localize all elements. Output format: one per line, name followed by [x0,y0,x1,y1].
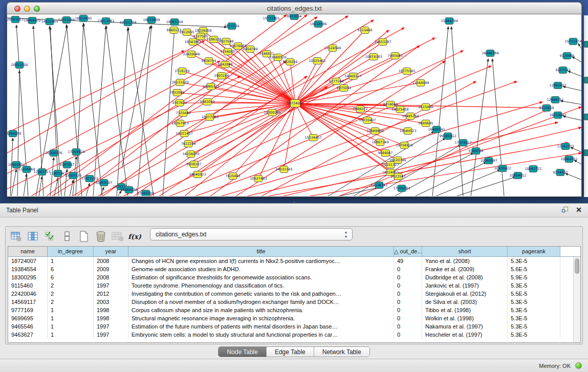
network-node[interactable]: 10653287 [374,39,391,46]
function-builder-icon[interactable]: f(x) [127,229,142,244]
network-node[interactable]: 14136141 [371,182,387,189]
network-node[interactable]: 23011961 [97,18,114,25]
network-node[interactable]: 10543862 [184,39,201,46]
network-node[interactable]: 9982033 [200,99,215,105]
trash-icon[interactable] [93,229,108,244]
column-header-out_de[interactable]: △ out_de… [394,247,422,256]
network-node[interactable]: 26131020 [171,79,188,86]
window-titlebar[interactable]: citations_edges.txt [7,2,582,14]
network-node[interactable]: 10958107 [95,180,112,186]
tab-edge-table[interactable]: Edge Table [267,347,314,357]
network-node[interactable]: 9129966 [560,53,575,59]
network-node[interactable]: 19061104 [166,19,183,26]
table-row[interactable]: 977716911998Corpus callosum shape and si… [8,306,573,314]
column-header-in_degree[interactable]: in_degree [48,247,94,256]
network-node[interactable]: 8813054 [287,14,302,20]
network-node[interactable]: 18357913 [171,120,188,127]
network-node[interactable]: 12942757 [33,169,50,176]
network-node[interactable]: 14531545 [275,166,292,173]
network-node[interactable]: 20393011 [7,16,24,23]
network-node[interactable]: 20653100 [11,62,28,69]
network-node[interactable]: 19466920 [24,17,40,24]
network-node[interactable]: 7325440 [176,110,191,117]
network-node[interactable]: 25466050 [120,187,137,193]
network-node[interactable]: 9357621 [172,100,187,106]
network-node[interactable]: 16648784 [482,50,498,57]
table-scrollbar-thumb[interactable] [575,258,579,274]
network-node[interactable]: 9115460 [419,104,433,111]
network-node[interactable]: 15751074 [564,38,581,45]
network-node[interactable]: 8912955 [180,29,194,36]
tab-network-table[interactable]: Network Table [314,347,369,357]
network-node[interactable]: 10092597 [480,158,497,164]
network-node[interactable]: 18300295 [264,110,280,116]
network-node[interactable]: 13505135 [64,172,81,179]
network-node[interactable]: 16156670 [182,151,199,158]
table-scrollbar[interactable] [573,257,580,342]
table-row[interactable]: 1830029562008Estimation of significance … [8,273,573,281]
network-node[interactable]: 9699695 [419,120,433,127]
network-node[interactable]: 18640923 [189,171,206,178]
network-node[interactable]: 10928422 [494,165,511,172]
network-node[interactable]: 18807249 [372,139,388,146]
column-header-title[interactable]: title [128,247,394,256]
table-row[interactable]: 969969511998Structural magnetic resonanc… [8,314,573,322]
network-node[interactable]: 9348558 [469,148,484,155]
network-node[interactable]: 11156869 [18,166,35,173]
close-panel-icon[interactable]: ✕ [576,206,582,214]
network-node[interactable]: 12124540 [324,45,341,52]
network-node[interactable]: 16210643 [549,112,566,119]
network-node[interactable]: 10221437 [176,130,192,137]
table-row[interactable]: 911546021997Tourette syndrome. Phenomeno… [8,281,573,290]
network-node[interactable]: 8454749 [243,46,258,53]
network-node[interactable]: 13560500 [137,190,154,196]
network-node[interactable]: 17334263 [393,185,410,192]
float-panel-icon[interactable] [562,207,569,213]
network-node[interactable]: 7857224 [225,23,239,30]
network-node[interactable]: 15444794 [441,18,458,25]
network-canvas[interactable]: 1872400788601238912955182260589127505105… [7,14,582,197]
table-selector-dropdown[interactable]: citations_edges.txt ▲▼ [150,228,353,240]
network-node[interactable]: 7625463 [226,173,241,180]
network-node[interactable]: 9242848 [218,61,233,68]
column-header-pagerank[interactable]: pagerank [508,247,560,256]
network-node[interactable]: 25266050 [7,130,21,137]
network-node[interactable]: 19218586 [310,21,326,28]
table-row[interactable]: 946362711997Embryonic stem cells: a mode… [8,331,573,339]
network-node[interactable]: 12103723 [557,143,574,150]
network-node[interactable]: 9115468 [358,27,373,34]
network-node[interactable]: 8215958 [539,105,554,112]
network-node[interactable]: 9038107 [187,161,202,168]
table-mode-icon[interactable] [9,229,24,244]
network-node[interactable]: 12444151 [547,97,563,103]
network-node[interactable]: 9777169 [329,78,344,85]
network-node[interactable]: 10954012 [509,172,526,179]
delete-table-icon[interactable] [110,229,125,244]
network-node[interactable]: 12093832 [549,82,566,89]
network-node[interactable]: 16033809 [143,17,160,24]
network-node[interactable]: 15134457 [304,135,321,141]
column-header-year[interactable]: year [94,247,128,256]
rows-icon[interactable] [59,229,75,244]
network-node[interactable]: 10325461 [309,58,325,64]
network-node[interactable]: 10077093 [201,114,218,121]
network-node[interactable]: 9684067 [378,150,393,157]
table-row[interactable]: 1872400712008Changes of HCN gene express… [8,257,573,265]
table-row[interactable]: 2242004622012Investigating the contribut… [8,290,573,298]
network-node[interactable]: 9227343 [556,67,571,74]
tab-node-table[interactable]: Node Table [219,347,267,357]
network-node[interactable]: 32011304 [119,19,136,26]
column-header-short[interactable]: short [422,247,508,256]
network-node[interactable]: 11544098 [412,80,429,86]
network-node[interactable]: 17359924 [68,149,84,156]
table-row[interactable]: 1456911722003Disruption of a novel membe… [8,298,573,306]
network-node[interactable]: 7852099 [170,90,185,96]
network-node[interactable]: 8220354 [283,59,298,65]
network-node[interactable]: 9397587 [60,162,75,168]
network-node[interactable]: 16409541 [428,126,445,133]
network-node[interactable]: 10974383 [365,54,382,60]
network-node[interactable]: 12052066 [58,17,75,24]
column-header-name[interactable]: name [8,247,48,256]
new-document-icon[interactable] [76,229,92,244]
network-node[interactable]: 20206576 [45,150,62,157]
